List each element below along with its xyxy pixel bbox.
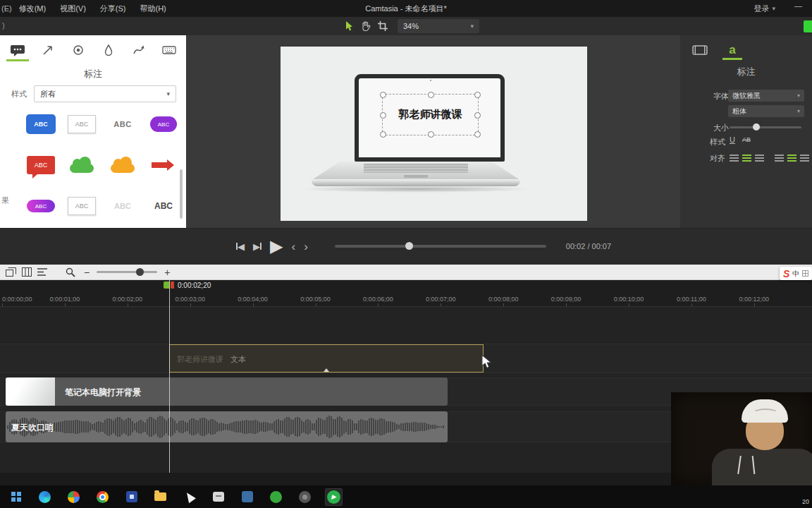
sogou-icon[interactable]: S: [783, 269, 789, 279]
align-right-button[interactable]: [755, 155, 764, 162]
select-cursor-tool-button[interactable]: [344, 20, 353, 32]
callout-style-thumb[interactable]: ABC: [24, 109, 58, 140]
callout-style-thumb[interactable]: [65, 150, 99, 181]
ime-mode-chinese[interactable]: 中: [792, 269, 799, 279]
play-button[interactable]: ▶: [270, 238, 283, 255]
menu-item-view[interactable]: 视图(V): [53, 4, 93, 14]
menu-item-partial[interactable]: (E): [1, 4, 12, 13]
style-filter-dropdown[interactable]: 所有 ▾: [34, 85, 176, 102]
playhead-row: 0:00:02;20: [0, 280, 812, 290]
zoom-out-button[interactable]: −: [84, 267, 90, 277]
ruler-label: 0:00:04;00: [238, 296, 268, 303]
callout-style-thumb[interactable]: ABC: [147, 109, 180, 140]
menu-item-modify[interactable]: 修改(M): [12, 4, 54, 14]
seek-slider[interactable]: [335, 245, 546, 248]
chevron-down-icon: ▾: [166, 90, 170, 97]
login-button[interactable]: 登录 ▾: [753, 4, 775, 14]
step-back-button[interactable]: ‹: [291, 241, 295, 253]
font-family-dropdown[interactable]: 微软雅黑 ▾: [728, 90, 804, 102]
camtasia-taskbar-button[interactable]: ▶: [325, 488, 343, 506]
zoom-level-dropdown[interactable]: 34% ▾: [398, 19, 479, 33]
blue-app-button[interactable]: [123, 488, 140, 506]
callout-style-thumb[interactable]: [147, 150, 180, 181]
font-weight-dropdown[interactable]: 粗体 ▾: [728, 105, 804, 117]
tab-callouts[interactable]: [8, 42, 27, 59]
callout-style-thumb[interactable]: ABC: [65, 190, 99, 222]
step-forward-button[interactable]: ›: [304, 241, 308, 253]
file-explorer-button[interactable]: [152, 488, 169, 506]
next-frame-button[interactable]: ▶: [253, 242, 262, 251]
font-size-slider[interactable]: [730, 126, 801, 128]
pinwheel-app-button[interactable]: [65, 488, 82, 506]
callout-style-thumb[interactable]: [106, 150, 140, 181]
callout-style-thumb[interactable]: ABC: [65, 109, 99, 140]
callout-style-shape: ABC: [26, 114, 56, 134]
crop-tool-button[interactable]: [378, 21, 388, 31]
playhead-line[interactable]: [169, 280, 170, 473]
zoom-in-button[interactable]: +: [164, 267, 170, 277]
panel-scrollbar[interactable]: [180, 169, 183, 219]
track-options-icon[interactable]: [22, 267, 32, 277]
resize-handle-ne[interactable]: [474, 92, 481, 98]
align-top-button[interactable]: [775, 155, 784, 162]
track-list-icon[interactable]: [37, 267, 47, 277]
ime-bar[interactable]: S 中: [780, 267, 812, 280]
callout-style-thumb[interactable]: ABC: [24, 190, 58, 222]
align-label: 对齐: [710, 153, 725, 164]
callout-text[interactable]: 郭老师讲微课: [399, 108, 462, 121]
underline-button[interactable]: U: [730, 135, 735, 144]
green-app-button[interactable]: [267, 488, 285, 506]
align-middle-button[interactable]: [787, 155, 796, 162]
ime-menu-icon[interactable]: [802, 270, 808, 277]
resize-handle-nw[interactable]: [380, 92, 386, 98]
audio-clip[interactable]: 夏天吹口哨: [6, 411, 448, 442]
resize-handle-w[interactable]: [380, 112, 386, 119]
callouts-panel: 标注 样式 所有 ▾ ABCABCABCABCABCABCABCABCABC 果: [0, 35, 186, 228]
previous-frame-button[interactable]: ◀: [236, 242, 245, 251]
record-button-partial[interactable]: [804, 20, 812, 32]
pan-hand-tool-button[interactable]: [360, 20, 371, 32]
menu-item-share[interactable]: 分享(S): [93, 4, 133, 14]
playhead-out-handle[interactable]: [171, 282, 174, 289]
resize-handle-s[interactable]: [428, 131, 434, 138]
add-track-icon[interactable]: [6, 267, 16, 277]
start-button[interactable]: [7, 488, 25, 506]
font-size-slider-knob[interactable]: [753, 123, 760, 131]
align-center-button[interactable]: [742, 155, 751, 162]
edge-taskbar-button[interactable]: [36, 488, 54, 506]
minimize-button[interactable]: —: [794, 1, 802, 10]
selected-callout[interactable]: 郭老师讲微课: [382, 94, 479, 135]
callout-clip[interactable]: 郭老师讲微课 文本: [169, 344, 484, 373]
chrome-taskbar-button[interactable]: [94, 488, 111, 506]
tab-blur[interactable]: [99, 42, 118, 59]
resize-handle-se[interactable]: [474, 131, 481, 138]
menu-item-help[interactable]: 帮助(H): [133, 4, 173, 14]
tab-arrows[interactable]: [39, 42, 57, 59]
timeline-zoom-slider[interactable]: [97, 271, 157, 273]
callout-style-thumb[interactable]: ABC: [147, 190, 180, 222]
align-left-button[interactable]: [730, 155, 739, 162]
navy-app-button[interactable]: [238, 488, 256, 506]
callout-style-thumb[interactable]: ABC: [24, 150, 58, 181]
timeline-ruler[interactable]: 0:00:00;000:00:01;000:00:02;000:00:03;00…: [0, 290, 812, 307]
tab-shapes[interactable]: [69, 42, 87, 59]
strikethrough-button[interactable]: AB: [742, 136, 751, 143]
chat-app-button[interactable]: [209, 488, 227, 506]
tab-text-properties[interactable]: a: [724, 42, 741, 58]
tab-keystrokes[interactable]: [160, 42, 178, 59]
align-bottom-button[interactable]: [800, 155, 809, 162]
resize-handle-e[interactable]: [474, 112, 481, 119]
callout-style-thumb[interactable]: ABC: [106, 190, 140, 222]
gray-app-button[interactable]: [296, 488, 314, 506]
video-clip[interactable]: 笔记本电脑打开背景: [6, 377, 448, 406]
tab-media-properties[interactable]: [691, 42, 708, 58]
pointer-app-button[interactable]: [180, 488, 198, 506]
timeline-zoom-knob[interactable]: [136, 268, 144, 276]
seek-slider-knob[interactable]: [405, 242, 413, 250]
preview-stage[interactable]: 郭老师讲微课: [281, 47, 587, 221]
resize-handle-sw[interactable]: [380, 131, 386, 138]
tab-motion[interactable]: [130, 42, 148, 59]
resize-handle-n[interactable]: [428, 92, 434, 98]
zoom-search-icon[interactable]: [66, 267, 75, 277]
callout-style-thumb[interactable]: ABC: [106, 109, 140, 140]
